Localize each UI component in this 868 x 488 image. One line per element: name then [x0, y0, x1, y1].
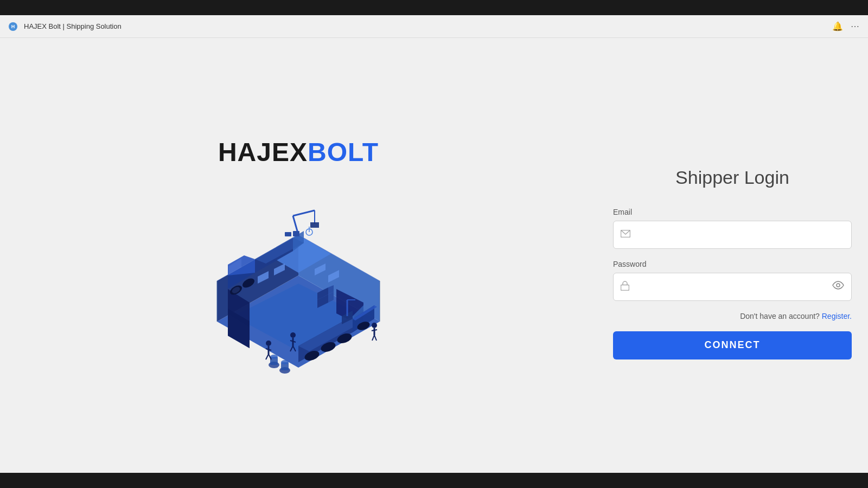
svg-point-32 — [270, 355, 278, 359]
toggle-password-icon[interactable] — [832, 281, 844, 292]
connect-button[interactable]: CONNECT — [613, 331, 852, 359]
logo-hajex: HAJEX — [218, 137, 308, 167]
svg-point-41 — [290, 332, 296, 338]
svg-rect-63 — [310, 222, 319, 228]
register-row: Don't have an account? Register. — [613, 312, 852, 320]
email-label: Email — [613, 208, 852, 216]
svg-point-35 — [281, 360, 289, 364]
svg-point-46 — [372, 323, 377, 328]
more-options-icon[interactable]: ⋯ — [851, 21, 859, 31]
main-content: HAJEX BOLT — [0, 38, 868, 488]
password-input-wrapper — [613, 273, 852, 301]
form-container: Shipper Login Email Password — [613, 167, 852, 359]
svg-line-50 — [374, 335, 376, 341]
form-title: Shipper Login — [613, 167, 852, 188]
browser-tab-title: HAJEX Bolt | Shipping Solution — [24, 22, 826, 30]
email-input-wrapper — [613, 221, 852, 249]
svg-line-39 — [266, 354, 269, 359]
illustration — [184, 183, 412, 389]
logo-bolt: BOLT — [308, 137, 379, 167]
svg-rect-71 — [293, 231, 299, 236]
svg-point-36 — [266, 341, 271, 346]
notification-icon[interactable]: 🔔 — [832, 21, 843, 31]
email-form-group: Email — [613, 208, 852, 249]
right-panel: Shipper Login Email Password — [597, 134, 868, 392]
browser-actions: 🔔 ⋯ — [832, 21, 859, 31]
register-prompt-text: Don't have an account? — [740, 312, 820, 320]
svg-line-49 — [372, 335, 374, 341]
svg-line-48 — [372, 330, 377, 331]
browser-chrome: H HAJEX Bolt | Shipping Solution 🔔 ⋯ — [0, 15, 868, 38]
password-form-group: Password — [613, 260, 852, 301]
email-input[interactable] — [613, 221, 852, 249]
logo: HAJEX BOLT — [218, 137, 379, 167]
svg-point-74 — [837, 284, 840, 287]
password-input[interactable] — [613, 273, 852, 301]
os-top-bar — [0, 0, 868, 15]
left-panel: HAJEX BOLT — [0, 115, 597, 411]
password-label: Password — [613, 260, 852, 268]
os-bottom-bar — [0, 473, 868, 488]
svg-rect-70 — [285, 232, 291, 236]
browser-favicon: H — [9, 22, 17, 31]
svg-line-61 — [293, 210, 315, 216]
register-link[interactable]: Register. — [822, 312, 852, 320]
